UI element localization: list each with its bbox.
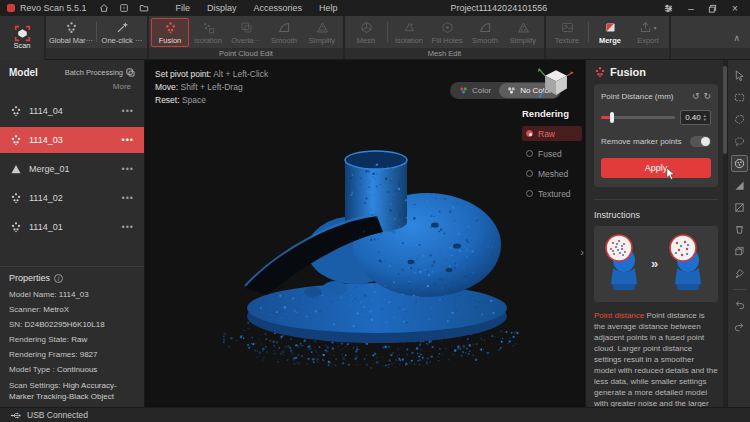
mouse-cursor-icon	[665, 167, 676, 180]
brush-select-icon[interactable]	[731, 265, 748, 282]
group-caption-point-cloud-edit: Point Cloud Edit	[149, 48, 343, 59]
point-distance-input[interactable]	[681, 113, 702, 122]
connection-status: USB Connected	[27, 410, 88, 420]
copy-icon	[126, 68, 135, 77]
cursor-select-icon[interactable]	[731, 67, 748, 84]
prop-model-name: Model Name: 1114_03	[9, 289, 135, 301]
item-menu-icon[interactable]: •••	[122, 222, 134, 232]
model-item-1114_03[interactable]: 1114_03 •••	[0, 127, 144, 153]
fusion-panel: Fusion Point Distance (mm) ↺ ↻ ▲	[585, 60, 727, 407]
item-menu-icon[interactable]: •••	[122, 193, 134, 203]
scan-icon	[14, 26, 31, 40]
chevron-down-icon: ▾	[653, 24, 656, 31]
more-button[interactable]: More	[0, 80, 144, 95]
color-option[interactable]: Color	[451, 83, 499, 98]
eraser-icon[interactable]	[731, 221, 748, 238]
undo-icon[interactable]	[731, 297, 748, 314]
mesh-isolation-button[interactable]: Isolation	[390, 18, 428, 47]
model-item-1114_01[interactable]: 1114_01 •••	[0, 214, 144, 240]
merge-button[interactable]: Merge	[591, 18, 629, 47]
navigation-cube[interactable]	[536, 63, 576, 105]
mesh-smooth-button[interactable]: Smooth	[466, 18, 504, 47]
instructions-text: Point distance Point distance is the ave…	[594, 310, 718, 407]
one-click-button[interactable]: One-click ···	[99, 18, 145, 47]
panel-collapse-handle[interactable]: ›	[580, 246, 584, 258]
strip-divider	[733, 289, 746, 290]
marker-select-icon[interactable]	[731, 155, 748, 172]
toolbar-collapse-button[interactable]: ∧	[733, 33, 740, 43]
model-item-1114_04[interactable]: 1114_04 •••	[0, 98, 144, 124]
point-cloud-model[interactable]	[205, 140, 535, 380]
toolbar-divider	[96, 22, 97, 42]
minimize-button[interactable]: –	[682, 1, 700, 15]
prop-scan-settings: Scan Settings: High Accuracy-Marker Trac…	[9, 380, 135, 403]
mesh-smooth-label: Smooth	[472, 36, 498, 45]
pc-simplify-button[interactable]: Simplify	[303, 18, 341, 47]
output-tools-group: Texture Merge ▾ Export	[546, 16, 671, 59]
point-distance-slider[interactable]	[601, 116, 675, 119]
lasso-select-icon[interactable]	[731, 133, 748, 150]
overlap-button[interactable]: Overla···	[227, 18, 265, 47]
mesh-simplify-button[interactable]: Simplify	[504, 18, 542, 47]
crop-select-icon[interactable]	[731, 199, 748, 216]
fill-holes-icon	[441, 21, 454, 35]
revo-scan-window: Revo Scan 5.5.1 File Display Accessories…	[0, 0, 750, 422]
texture-button[interactable]: Texture	[548, 18, 586, 47]
global-marker-button[interactable]: Global Mar···	[48, 18, 94, 47]
menu-help[interactable]: Help	[319, 3, 338, 13]
bust-after	[670, 235, 701, 290]
close-button[interactable]: ×	[726, 1, 744, 15]
prop-scanner: Scanner: MetroX	[9, 304, 135, 316]
toolbar-divider	[588, 22, 589, 42]
item-menu-icon[interactable]: •••	[122, 164, 134, 174]
new-project-icon[interactable]	[117, 2, 131, 14]
item-menu-icon[interactable]: •••	[122, 106, 134, 116]
cube-select-icon[interactable]	[731, 243, 748, 260]
menu-accessories[interactable]: Accessories	[254, 3, 303, 13]
remove-marker-label: Remove marker points	[601, 137, 681, 146]
item-menu-icon[interactable]: •••	[122, 135, 134, 145]
model-item-merge_01[interactable]: Merge_01 •••	[0, 156, 144, 182]
plane-select-icon[interactable]	[731, 177, 748, 194]
home-icon[interactable]	[97, 2, 111, 14]
mesh-edit-group: Mesh Isolation Fill Holes Smooth	[345, 16, 546, 59]
model-item-1114_02[interactable]: 1114_02 •••	[0, 185, 144, 211]
spin-down-icon[interactable]: ▼	[703, 118, 707, 122]
export-button[interactable]: ▾ Export	[629, 18, 667, 47]
isolation-icon	[202, 21, 215, 35]
rendering-title: Rendering	[522, 108, 582, 119]
menu-display[interactable]: Display	[207, 3, 237, 13]
magic-wand-icon	[116, 21, 129, 35]
fusion-settings-card: Point Distance (mm) ↺ ↻ ▲ ▼	[594, 84, 718, 187]
restore-button[interactable]	[704, 1, 722, 15]
overlap-label: Overla···	[231, 36, 261, 45]
prop-rendering-frames: Rendering Frames: 9827	[9, 349, 135, 361]
batch-processing-button[interactable]: Batch Processing	[65, 68, 135, 77]
instructions-illustration: »	[594, 226, 718, 302]
menu-file[interactable]: File	[176, 3, 191, 13]
pc-isolation-button[interactable]: Isolation	[189, 18, 227, 47]
polygon-select-icon[interactable]	[731, 111, 748, 128]
preferences-icon[interactable]	[660, 1, 678, 15]
apply-button[interactable]: Apply	[601, 158, 711, 178]
pc-smooth-button[interactable]: Smooth	[265, 18, 303, 47]
fusion-button[interactable]: Fusion	[151, 18, 189, 47]
reset-default-icon[interactable]: ↺	[692, 91, 700, 101]
texture-icon	[561, 21, 574, 35]
slider-thumb[interactable]	[610, 112, 614, 123]
redo-icon[interactable]	[731, 319, 748, 336]
rectangle-select-icon[interactable]	[731, 89, 748, 106]
prop-sn: SN: D24B02295H6K10L18	[9, 319, 135, 331]
rendering-option-raw[interactable]: Raw	[522, 126, 582, 141]
scan-button[interactable]: Scan	[0, 16, 46, 60]
open-folder-icon[interactable]	[137, 2, 151, 14]
3d-viewport[interactable]: Set pivot point: Alt + Left-Click Move: …	[145, 60, 585, 407]
info-icon[interactable]: i	[54, 274, 63, 283]
refresh-icon[interactable]: ↻	[703, 91, 711, 101]
point-distance-label: Point Distance (mm)	[601, 92, 673, 101]
fill-holes-button[interactable]: Fill Holes	[428, 18, 466, 47]
mesh-isolation-label: Isolation	[395, 36, 423, 45]
remove-marker-toggle[interactable]	[690, 136, 711, 147]
mesh-button[interactable]: Mesh	[347, 18, 385, 47]
mesh-simplify-label: Simplify	[510, 36, 536, 45]
